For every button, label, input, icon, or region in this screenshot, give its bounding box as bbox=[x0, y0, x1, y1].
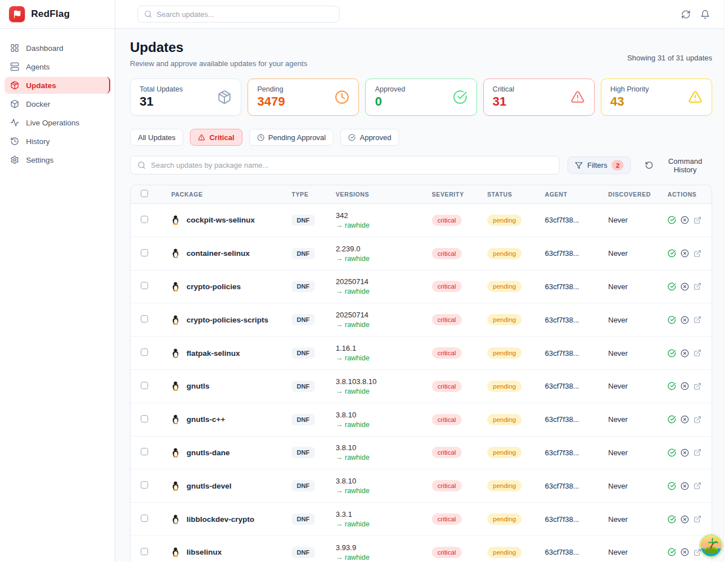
sidebar-item-settings[interactable]: Settings bbox=[5, 151, 110, 168]
approve-icon[interactable] bbox=[668, 548, 676, 556]
sidebar-item-live-operations[interactable]: Live Operations bbox=[5, 114, 110, 131]
open-external-icon[interactable] bbox=[694, 316, 701, 324]
reject-icon[interactable] bbox=[681, 448, 689, 457]
stat-value: 3479 bbox=[257, 95, 285, 108]
tab-all-updates[interactable]: All Updates bbox=[130, 129, 183, 146]
linux-penguin-icon bbox=[171, 448, 180, 458]
open-external-icon[interactable] bbox=[694, 482, 701, 490]
open-external-icon[interactable] bbox=[694, 416, 701, 424]
flag-icon bbox=[13, 10, 21, 19]
approve-icon[interactable] bbox=[668, 282, 676, 291]
table-row: libselinux DNF 3.93.9 → rawhide critical… bbox=[131, 536, 712, 562]
island-sticker[interactable] bbox=[700, 534, 722, 557]
global-search-input[interactable] bbox=[157, 10, 333, 19]
severity-badge: critical bbox=[432, 314, 462, 325]
type-badge: DNF bbox=[292, 215, 315, 226]
row-checkbox[interactable] bbox=[141, 348, 148, 356]
sidebar-item-label: Settings bbox=[26, 156, 54, 164]
package-name: flatpak-selinux bbox=[187, 349, 240, 358]
sidebar-item-label: Docker bbox=[26, 100, 50, 108]
open-external-icon[interactable] bbox=[694, 216, 701, 224]
sidebar-item-history[interactable]: History bbox=[5, 133, 110, 150]
sidebar-item-agents[interactable]: Agents bbox=[5, 58, 110, 75]
reject-icon[interactable] bbox=[681, 249, 689, 258]
row-checkbox[interactable] bbox=[141, 216, 148, 223]
tab-pending-approval[interactable]: Pending Approval bbox=[249, 129, 334, 146]
approve-icon[interactable] bbox=[668, 382, 676, 390]
command-history-button[interactable]: Command History bbox=[645, 157, 712, 174]
table-header: PACKAGE TYPE VERSIONS SEVERITY STATUS AG… bbox=[131, 185, 712, 204]
approve-icon[interactable] bbox=[668, 448, 676, 457]
target-version: → rawhide bbox=[336, 387, 432, 395]
package-search-input[interactable] bbox=[151, 161, 552, 169]
approve-icon[interactable] bbox=[668, 515, 676, 524]
row-checkbox[interactable] bbox=[141, 548, 148, 555]
open-external-icon[interactable] bbox=[694, 282, 701, 290]
package-name: libselinux bbox=[187, 548, 222, 556]
sidebar-item-dashboard[interactable]: Dashboard bbox=[5, 40, 110, 56]
reject-icon[interactable] bbox=[681, 415, 689, 424]
status-badge: pending bbox=[487, 248, 522, 259]
tab-critical[interactable]: Critical bbox=[190, 129, 242, 146]
linux-penguin-icon bbox=[171, 348, 180, 358]
row-checkbox[interactable] bbox=[141, 448, 148, 455]
row-checkbox[interactable] bbox=[141, 315, 148, 323]
target-version: → rawhide bbox=[336, 520, 432, 528]
package-name: gnutls-devel bbox=[187, 482, 232, 490]
row-checkbox[interactable] bbox=[141, 249, 148, 256]
agent-id: 63cf7f38... bbox=[545, 282, 608, 291]
sidebar-item-label: History bbox=[26, 137, 50, 146]
reject-icon[interactable] bbox=[681, 482, 689, 490]
reject-icon[interactable] bbox=[681, 349, 689, 358]
tab-approved[interactable]: Approved bbox=[340, 129, 399, 146]
discovered-value: Never bbox=[608, 282, 668, 291]
refresh-icon[interactable] bbox=[681, 10, 691, 19]
reject-icon[interactable] bbox=[681, 282, 689, 291]
showing-count: Showing 31 of 31 updates bbox=[627, 54, 712, 62]
open-external-icon[interactable] bbox=[694, 448, 701, 456]
filters-button[interactable]: Filters 2 bbox=[567, 156, 631, 174]
topbar-actions bbox=[681, 10, 710, 19]
tab-label: Pending Approval bbox=[268, 133, 326, 142]
status-badge: pending bbox=[487, 513, 522, 525]
discovered-value: Never bbox=[608, 482, 668, 490]
col-type: TYPE bbox=[292, 191, 336, 198]
sidebar-item-updates[interactable]: Updates bbox=[5, 77, 110, 94]
package-name: cockpit-ws-selinux bbox=[187, 216, 255, 224]
open-external-icon[interactable] bbox=[694, 515, 701, 523]
package-search bbox=[130, 156, 560, 175]
approve-icon[interactable] bbox=[668, 316, 676, 324]
scrollbar-track[interactable] bbox=[723, 0, 728, 562]
linux-penguin-icon bbox=[171, 315, 180, 325]
clock-icon bbox=[335, 90, 349, 104]
bell-icon[interactable] bbox=[700, 10, 710, 19]
approve-icon[interactable] bbox=[668, 415, 676, 424]
alert-triangle-icon bbox=[198, 134, 205, 141]
reject-icon[interactable] bbox=[681, 316, 689, 324]
open-external-icon[interactable] bbox=[694, 250, 701, 258]
sidebar-item-docker[interactable]: Docker bbox=[5, 95, 110, 112]
open-external-icon[interactable] bbox=[694, 382, 701, 390]
severity-badge: critical bbox=[432, 447, 462, 458]
row-checkbox[interactable] bbox=[141, 415, 148, 422]
status-badge: pending bbox=[487, 480, 522, 491]
reject-icon[interactable] bbox=[681, 216, 689, 224]
row-checkbox[interactable] bbox=[141, 282, 148, 289]
agent-id: 63cf7f38... bbox=[545, 415, 608, 424]
approve-icon[interactable] bbox=[668, 216, 676, 224]
row-checkbox[interactable] bbox=[141, 515, 148, 522]
approve-icon[interactable] bbox=[668, 249, 676, 258]
discovered-value: Never bbox=[608, 349, 668, 358]
open-external-icon[interactable] bbox=[694, 349, 701, 357]
sidebar-item-label: Updates bbox=[26, 81, 56, 90]
reject-icon[interactable] bbox=[681, 515, 689, 524]
target-version: → rawhide bbox=[336, 454, 432, 461]
row-checkbox[interactable] bbox=[141, 481, 148, 489]
approve-icon[interactable] bbox=[668, 349, 676, 358]
row-checkbox[interactable] bbox=[141, 382, 148, 389]
reject-icon[interactable] bbox=[681, 548, 689, 556]
approve-icon[interactable] bbox=[668, 482, 676, 490]
reject-icon[interactable] bbox=[681, 382, 689, 390]
type-badge: DNF bbox=[292, 347, 315, 359]
select-all-checkbox[interactable] bbox=[141, 190, 148, 197]
